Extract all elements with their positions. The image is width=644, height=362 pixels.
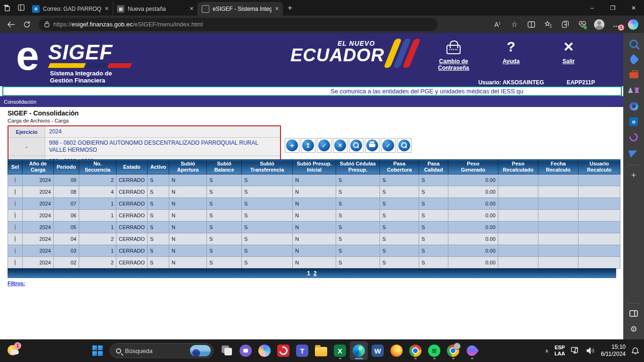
taskbar-app-spotify[interactable]: ≋ xyxy=(425,341,443,360)
recargar-consulta-button[interactable] xyxy=(397,138,412,153)
aprobar-button[interactable]: ✓ xyxy=(381,138,396,153)
browser-tab[interactable]: eSIGEF - Sistema Integrado de G✕ xyxy=(198,2,283,16)
row-select-radio[interactable] xyxy=(15,189,16,195)
sidebar-games-icon[interactable]: ♟♜ xyxy=(628,85,639,96)
page-1[interactable]: 1 xyxy=(307,270,310,277)
taskbar-app-file-explorer[interactable] xyxy=(312,341,330,360)
header-action-ayuda[interactable]: ?Ayuda xyxy=(489,37,533,71)
page-2-link[interactable]: 2 xyxy=(314,270,317,277)
eliminar-button[interactable]: ✕ xyxy=(333,138,347,153)
split-screen-icon[interactable] xyxy=(524,18,538,31)
header-action-salir[interactable]: ✕Salir xyxy=(547,37,590,71)
pdf-reader-icon xyxy=(277,345,289,357)
column-header: Fecha Recalculo xyxy=(538,160,578,174)
new-tab-button[interactable]: + xyxy=(288,3,292,13)
weather-widget[interactable]: 1 xyxy=(8,344,24,357)
taskbar-app-teams[interactable]: T xyxy=(293,341,311,360)
tab-close-icon[interactable]: ✕ xyxy=(105,6,109,12)
sidebar-designer-icon[interactable] xyxy=(628,132,639,142)
sidebar-settings-icon[interactable]: ⚙ xyxy=(628,324,639,334)
table-cell xyxy=(538,222,578,233)
form-value: 998 - 0802 GOBIERNO AUTONOMO DESCENTRALI… xyxy=(45,138,280,156)
taskbar-app-excel[interactable]: X xyxy=(331,341,349,360)
consultar-button[interactable] xyxy=(349,138,363,153)
taskbar-app-word[interactable]: W xyxy=(369,341,387,360)
table-cell: S xyxy=(148,222,169,233)
subir-archivo-button[interactable]: ↥ xyxy=(301,138,315,153)
table-cell: 0.00 xyxy=(448,198,498,210)
filters-link[interactable]: Filtros: xyxy=(8,280,25,286)
clock[interactable]: 15:106/11/2024 xyxy=(601,344,626,358)
language-indicator[interactable]: ESPLAA xyxy=(554,345,565,357)
row-select-radio[interactable] xyxy=(15,177,16,183)
sidebar-drop-icon[interactable] xyxy=(628,148,639,158)
table-cell: 0.00 xyxy=(448,245,498,257)
refresh-button[interactable] xyxy=(20,18,34,31)
taskbar-app-paint-drop[interactable] xyxy=(463,341,481,360)
sidebar-divider xyxy=(627,303,640,304)
read-aloud-icon[interactable]: A⁾ xyxy=(490,18,504,31)
row-select-radio[interactable] xyxy=(15,224,16,230)
taskbar-search[interactable]: Búsqueda xyxy=(110,343,214,358)
table-cell: N xyxy=(169,198,207,210)
url-bar[interactable]: https://esigef.finanzas.gob.ec/eSIGEF/me… xyxy=(39,18,438,31)
sidebar-shopping-icon[interactable] xyxy=(628,54,639,65)
row-select-radio[interactable] xyxy=(15,200,16,207)
favorites-star-icon[interactable]: ☆ xyxy=(507,18,521,31)
excel-icon: X xyxy=(334,345,346,357)
row-select-radio[interactable] xyxy=(15,236,16,242)
notifications-bell-icon[interactable] xyxy=(631,347,639,355)
row-select-radio[interactable] xyxy=(15,259,16,266)
sidebar-add-icon[interactable]: + xyxy=(628,170,639,181)
taskbar-app-task-view[interactable] xyxy=(218,341,236,360)
validar-button[interactable]: ✓ xyxy=(317,138,331,153)
taskbar-app-firefox[interactable] xyxy=(388,341,405,360)
minimize-button[interactable]: – xyxy=(582,0,603,16)
header-action-cambio-contrasena[interactable]: Cambio de Contraseña xyxy=(432,37,475,71)
sidebar-search-icon[interactable] xyxy=(628,39,639,49)
sidebar-tools-icon[interactable] xyxy=(628,70,639,80)
tab-close-icon[interactable]: ✕ xyxy=(190,6,194,12)
taskbar-app-chrome-profile[interactable] xyxy=(444,341,462,360)
browser-tab[interactable]: Correo: GAD PARROQUIAL VALLE✕ xyxy=(28,2,113,16)
table-cell: S xyxy=(242,245,293,257)
taskbar-app-chrome[interactable] xyxy=(406,341,424,360)
table-cell: 06 xyxy=(54,210,79,222)
start-button[interactable] xyxy=(90,343,106,359)
taskbar-app-pdf-reader[interactable] xyxy=(274,341,292,360)
workspaces-icon[interactable] xyxy=(0,2,14,14)
back-button[interactable] xyxy=(4,18,18,31)
settings-more-icon[interactable]: … 1 xyxy=(609,18,623,31)
row-select-radio[interactable] xyxy=(15,212,16,219)
taskbar-app-edge[interactable] xyxy=(350,341,368,360)
running-indicator xyxy=(471,358,473,359)
sidebar-outlook-icon[interactable]: o xyxy=(628,116,639,127)
tab-close-icon[interactable]: ✕ xyxy=(275,6,279,12)
taskbar-app-chat[interactable] xyxy=(237,341,255,360)
browser-essentials-icon[interactable] xyxy=(575,18,589,31)
table-cell: S xyxy=(148,245,169,257)
add-to-collection-icon[interactable] xyxy=(558,18,572,31)
table-cell xyxy=(578,186,620,198)
table-cell: S xyxy=(419,210,448,222)
browser-tab[interactable]: Nueva pestaña✕ xyxy=(113,2,198,16)
imprimir-button[interactable] xyxy=(365,138,380,153)
sidebar-toggle-icon[interactable] xyxy=(628,308,639,319)
maximize-button[interactable]: ❐ xyxy=(603,0,623,16)
table-row: 2024051CERRADOSNSSNSSS0.00 xyxy=(8,222,620,233)
menu-item-consolidacion[interactable]: Consolidación xyxy=(4,99,36,105)
running-indicator xyxy=(355,358,363,359)
chrome-icon xyxy=(409,345,421,357)
network-icon[interactable] xyxy=(571,346,580,355)
tray-chevron-icon[interactable]: ∧ xyxy=(545,348,549,354)
copilot-icon[interactable] xyxy=(626,18,640,31)
speaker-icon[interactable] xyxy=(586,347,595,354)
crear-button[interactable]: + xyxy=(285,138,299,153)
close-window-button[interactable]: ✕ xyxy=(623,0,644,16)
profile-avatar[interactable] xyxy=(592,18,606,31)
collections-icon[interactable] xyxy=(541,18,555,31)
row-select-radio[interactable] xyxy=(15,247,16,254)
sidebar-microsoft-365-icon[interactable] xyxy=(628,101,639,111)
taskbar-app-copilot[interactable] xyxy=(256,341,273,360)
tab-actions-icon[interactable] xyxy=(14,2,28,14)
